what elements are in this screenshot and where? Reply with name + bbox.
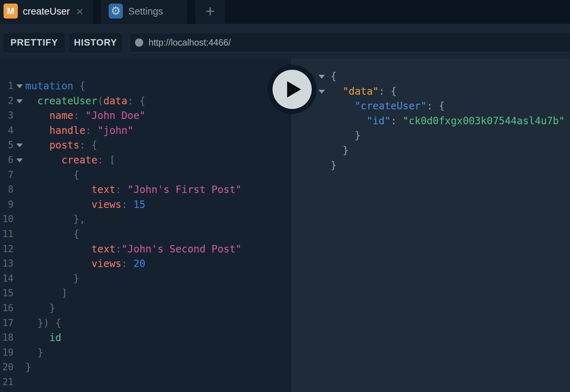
code-line[interactable]: 2 createUser(data: { [0,94,291,109]
code-text: "createUser": { [331,99,445,114]
code-text: text:"John's Second Post" [25,242,242,257]
code-text: { [331,69,337,84]
fold-arrow-icon[interactable] [16,99,23,103]
code-text: } [331,143,349,158]
tab-settings-label: Settings [128,0,163,23]
code-text: { [25,168,79,183]
code-line[interactable]: 4 handle: "john" [0,123,291,138]
response-viewer: { "data": { "createUser": { "id": "ck0d0… [291,69,570,173]
code-line: "data": { [291,84,570,99]
code-text: views: 20 [25,256,145,271]
code-text: create: [ [25,153,115,168]
code-text: }) { [25,316,61,331]
code-line[interactable]: 12 text:"John's Second Post" [0,242,291,257]
tab-settings[interactable]: ⚙ Settings [101,0,187,24]
code-line: "id": "ck0d0fxgx003k07544asl4u7b" [291,114,570,129]
code-line[interactable]: 20} [0,360,291,375]
code-text: { [25,227,79,242]
code-text: "data": { [331,84,397,99]
code-line[interactable]: 10 }, [0,212,291,227]
code-line[interactable]: 11 { [0,227,291,242]
gear-icon: ⚙ [109,4,123,19]
line-number: 6 [0,153,14,168]
code-text: } [331,128,361,143]
line-number: 12 [0,242,14,257]
toolbar: PRETTIFY HISTORY http://localhost:4466/ [0,24,570,59]
code-line[interactable]: 3 name: "John Doe" [0,108,291,123]
line-number: 8 [0,182,14,197]
prettify-button[interactable]: PRETTIFY [4,33,65,52]
code-line[interactable]: 9 views: 15 [0,197,291,212]
code-text: } [331,158,337,173]
line-number: 7 [0,168,14,183]
url-status-icon [135,38,143,47]
code-line[interactable]: 8 text: "John's First Post" [0,182,291,197]
code-text: } [25,271,79,286]
code-line[interactable]: 1mutation { [0,79,291,94]
code-text: "id": "ck0d0fxgx003k07544asl4u7b" [331,114,565,129]
close-tab-icon[interactable]: × [76,0,83,23]
line-number: 11 [0,227,14,242]
response-pane: { "data": { "createUser": { "id": "ck0d0… [291,59,570,392]
line-number: 3 [0,108,14,123]
query-editor[interactable]: 1mutation {2 createUser(data: {3 name: "… [0,79,291,390]
line-number: 1 [0,79,14,94]
code-text: mutation { [25,79,86,94]
editor-panes: 1mutation {2 createUser(data: {3 name: "… [0,59,570,392]
query-editor-pane[interactable]: 1mutation {2 createUser(data: {3 name: "… [0,59,291,392]
code-text: createUser(data: { [25,94,145,109]
line-number: 2 [0,94,14,109]
execute-button-circle [273,70,312,109]
code-text: handle: "john" [25,123,133,138]
line-number: 4 [0,123,14,138]
code-line[interactable]: 21 [0,375,291,390]
code-line: } [291,143,570,158]
line-number: 5 [0,138,14,153]
code-text: }, [25,212,86,227]
history-button[interactable]: HISTORY [69,33,122,52]
code-text: name: "John Doe" [25,108,145,123]
fold-arrow-icon[interactable] [318,75,325,79]
code-line[interactable]: 14 } [0,271,291,286]
fold-arrow-icon[interactable] [16,143,23,147]
code-text: text: "John's First Post" [25,182,242,197]
code-line: "createUser": { [291,99,570,114]
code-line: } [291,128,570,143]
line-number: 17 [0,316,14,331]
url-bar[interactable]: http://localhost:4466/ [130,33,570,52]
code-line[interactable]: 7 { [0,168,291,183]
tab-bar-empty-area [225,0,570,24]
line-number: 19 [0,345,14,360]
code-line[interactable]: 5 posts: { [0,138,291,153]
new-tab-button[interactable]: + [195,0,225,24]
code-line: } [291,158,570,173]
endpoint-url: http://localhost:4466/ [149,33,231,52]
line-number: 9 [0,197,14,212]
tab-bar: M createUser × ⚙ Settings + [0,0,570,24]
execute-button[interactable] [268,65,317,114]
graphql-playground-window: M createUser × ⚙ Settings + PRETTIFY HIS… [0,0,570,392]
fold-arrow-icon[interactable] [16,158,23,162]
code-line[interactable]: 6 create: [ [0,153,291,168]
code-line[interactable]: 19 } [0,345,291,360]
line-number: 13 [0,256,14,271]
code-line[interactable]: 16 } [0,301,291,316]
line-number: 10 [0,212,14,227]
code-text: id [25,330,61,345]
fold-arrow-icon[interactable] [16,84,23,88]
line-number: 20 [0,360,14,375]
fold-arrow-icon[interactable] [318,90,325,94]
line-number: 14 [0,271,14,286]
code-line[interactable]: 17 }) { [0,316,291,331]
code-line[interactable]: 15 ] [0,286,291,301]
code-text: } [25,301,55,316]
code-line[interactable]: 13 views: 20 [0,256,291,271]
line-number: 16 [0,301,14,316]
code-text: } [25,345,43,360]
code-line[interactable]: 18 id [0,330,291,345]
mutation-badge-icon: M [4,4,18,19]
line-number: 21 [0,375,14,390]
line-number: 18 [0,330,14,345]
code-text: posts: { [25,138,97,153]
tab-createuser[interactable]: M createUser × [0,0,93,24]
